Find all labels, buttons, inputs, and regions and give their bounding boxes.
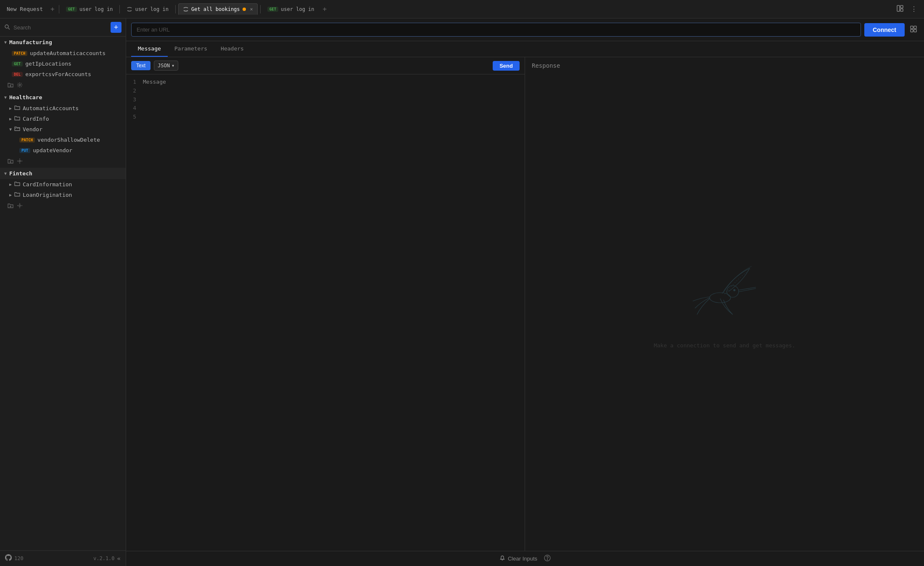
folder-automatic-accounts[interactable]: ▶ AutomaticAccounts <box>0 103 126 114</box>
send-button[interactable]: Send <box>493 61 520 71</box>
clear-inputs-button[interactable]: Clear Inputs <box>499 555 537 562</box>
main-layout: + ▼ Manufacturing PATCH updateAutomatica… <box>0 19 924 566</box>
api-label: updateAutomaticaccounts <box>30 50 106 56</box>
line-number: 5 <box>128 113 136 122</box>
sidebar-count: 120 <box>14 555 24 561</box>
url-input[interactable] <box>131 23 861 37</box>
manufacturing-row-icons <box>0 79 126 92</box>
code-line-5: 5 <box>128 113 523 122</box>
ws-icon-active <box>183 6 189 12</box>
add-collection-button[interactable]: + <box>111 22 121 33</box>
group-manufacturing[interactable]: ▼ Manufacturing <box>0 37 126 48</box>
sidebar-search-bar: + <box>0 19 126 37</box>
search-input[interactable] <box>13 24 107 31</box>
api-label: exportcsvForAccounts <box>25 71 91 77</box>
folder-card-information[interactable]: ▶ CardInformation <box>0 179 126 190</box>
code-editor[interactable]: 1 Message 2 3 4 <box>126 74 525 551</box>
folder-card-info[interactable]: ▶ CardInfo <box>0 114 126 124</box>
api-label: vendorShallowDelete <box>37 137 100 143</box>
add-folder-icon[interactable] <box>7 81 14 90</box>
folder-vendor[interactable]: ▼ Vendor <box>0 124 126 135</box>
method-badge-patch: PATCH <box>19 138 35 143</box>
configure-icon-fintech[interactable] <box>16 202 24 211</box>
tab-method-get-2: GET <box>267 7 278 12</box>
grid-layout-icon[interactable] <box>908 24 919 36</box>
code-line-2: 2 <box>128 87 523 95</box>
tab-get-user-log-in-2[interactable]: GET user log in <box>263 4 319 15</box>
tab-divider-3 <box>175 5 176 13</box>
line-number: 3 <box>128 95 136 104</box>
tab-close-icon[interactable]: × <box>250 6 253 12</box>
ws-icon <box>127 6 132 12</box>
bell-icon <box>499 555 505 562</box>
api-label: getIpLocations <box>25 61 71 67</box>
line-number: 2 <box>128 87 136 95</box>
svg-rect-1 <box>900 5 903 8</box>
tab-label-all-bookings: Get all bookings <box>191 6 240 12</box>
configure-icon-healthcare[interactable] <box>16 157 24 166</box>
folder-icon <box>14 192 20 198</box>
json-select[interactable]: JSON ▾ <box>154 61 178 71</box>
text-button[interactable]: Text <box>131 61 150 70</box>
tab-message[interactable]: Message <box>131 41 168 57</box>
line-number: 4 <box>128 104 136 113</box>
api-item-export-csv[interactable]: DEL exportcsvForAccounts <box>0 69 126 79</box>
svg-rect-17 <box>914 29 916 32</box>
new-request-tab[interactable]: New Request <box>2 3 48 15</box>
content-tabs: Message Parameters Headers <box>126 41 924 57</box>
method-badge-del: DEL <box>12 72 23 77</box>
tab-label: user log in <box>79 6 113 12</box>
svg-point-7 <box>19 84 21 86</box>
more-options-icon[interactable]: ⋮ <box>909 3 919 15</box>
api-label: updateVendor <box>33 147 72 153</box>
add-tab-icon[interactable]: + <box>321 5 329 13</box>
connect-button[interactable]: Connect <box>864 23 905 37</box>
configure-icon[interactable] <box>16 81 24 90</box>
api-item-update-automatic[interactable]: PATCH updateAutomaticaccounts <box>0 48 126 58</box>
tab-get-user-log-in-1[interactable]: GET user log in <box>62 4 117 15</box>
group-healthcare-label: Healthcare <box>9 94 42 101</box>
message-area: Text JSON ▾ Send 1 Message 2 <box>126 57 525 551</box>
tab-label: user log in <box>135 6 168 12</box>
svg-point-22 <box>734 289 735 291</box>
group-fintech[interactable]: ▼ Fintech <box>0 168 126 179</box>
chevron-right-icon: ▶ <box>9 182 12 187</box>
tab-label-2: user log in <box>281 6 314 12</box>
bottom-bar: Clear Inputs <box>126 551 924 566</box>
api-item-vendor-shallow[interactable]: PATCH vendorShallowDelete <box>0 135 126 145</box>
svg-line-4 <box>8 28 10 29</box>
sidebar-footer: 120 v.2.1.0 « <box>0 550 126 566</box>
tab-get-all-bookings[interactable]: Get all bookings × <box>178 3 258 15</box>
folder-icon <box>14 181 20 188</box>
folder-open-icon <box>14 126 20 132</box>
layout-icon[interactable] <box>895 3 906 16</box>
tab-ws-user-log-in[interactable]: user log in <box>122 4 172 15</box>
folder-label: CardInfo <box>23 116 49 122</box>
svg-line-20 <box>739 287 756 290</box>
group-manufacturing-label: Manufacturing <box>9 39 52 45</box>
tab-headers[interactable]: Headers <box>214 41 251 57</box>
sidebar: + ▼ Manufacturing PATCH updateAutomatica… <box>0 19 126 566</box>
folder-icon <box>14 105 20 111</box>
folder-label: LoanOrigination <box>23 192 72 198</box>
tab-bar: New Request + GET user log in user log i… <box>0 0 924 19</box>
line-number: 1 <box>128 78 136 87</box>
folder-loan-origination[interactable]: ▶ LoanOrigination <box>0 190 126 200</box>
response-area: Response <box>525 57 924 551</box>
api-item-get-ip[interactable]: GET getIpLocations <box>0 58 126 69</box>
tab-parameters[interactable]: Parameters <box>168 41 214 57</box>
method-badge-patch: PATCH <box>12 51 27 56</box>
collapse-sidebar-icon[interactable]: « <box>117 555 121 562</box>
chevron-down-icon: ▾ <box>172 63 174 69</box>
svg-rect-2 <box>900 9 903 11</box>
add-folder-icon-fintech[interactable] <box>7 202 14 211</box>
group-healthcare[interactable]: ▼ Healthcare <box>0 92 126 103</box>
help-icon[interactable] <box>544 555 551 563</box>
svg-point-3 <box>5 25 8 28</box>
add-folder-icon-healthcare[interactable] <box>7 157 14 166</box>
tab-bar-right: ⋮ <box>895 3 922 16</box>
new-request-plus-icon[interactable]: + <box>49 5 56 13</box>
folder-icon <box>14 116 20 122</box>
tab-divider-4 <box>260 5 261 13</box>
api-item-update-vendor[interactable]: PUT updateVendor <box>0 145 126 156</box>
